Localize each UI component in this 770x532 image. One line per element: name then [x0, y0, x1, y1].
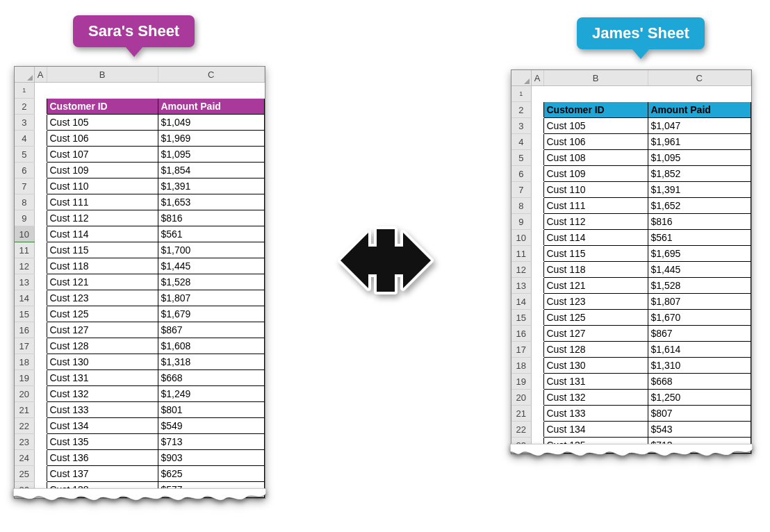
- row-header[interactable]: 12: [511, 262, 531, 278]
- cell-empty[interactable]: [34, 115, 47, 131]
- cell-amount-paid[interactable]: $1,679: [158, 306, 265, 322]
- cell-amount-paid[interactable]: $1,049: [158, 115, 265, 131]
- row-header[interactable]: 20: [511, 390, 531, 406]
- table-row[interactable]: 2Customer IDAmount Paid: [15, 99, 265, 115]
- cell-customer-id[interactable]: Cust 134: [543, 422, 648, 438]
- row-header[interactable]: 25: [15, 466, 34, 482]
- cell-amount-paid[interactable]: $1,653: [158, 194, 265, 210]
- cell-empty[interactable]: [531, 102, 543, 118]
- cell-amount-paid[interactable]: $1,310: [648, 358, 751, 374]
- cell-empty[interactable]: [34, 290, 47, 306]
- cell-empty[interactable]: [531, 294, 543, 310]
- cell-empty[interactable]: [34, 178, 47, 194]
- table-row[interactable]: 9Cust 112$816: [511, 214, 751, 230]
- table-row[interactable]: 20Cust 132$1,249: [15, 386, 265, 402]
- table-row[interactable]: 2Customer IDAmount Paid: [511, 102, 751, 118]
- cell-customer-id[interactable]: Cust 132: [543, 390, 648, 406]
- row-header[interactable]: 22: [15, 418, 34, 434]
- row-header[interactable]: 4: [511, 134, 531, 150]
- table-row[interactable]: 21Cust 133$807: [511, 406, 751, 422]
- cell-amount-paid[interactable]: $625: [158, 466, 265, 482]
- cell-amount-paid[interactable]: $1,700: [158, 242, 265, 258]
- cell-amount-paid[interactable]: $543: [648, 422, 751, 438]
- cell-empty[interactable]: [648, 86, 751, 102]
- table-row[interactable]: 14Cust 123$1,807: [511, 294, 751, 310]
- cell-customer-id[interactable]: Cust 128: [543, 342, 648, 358]
- cell-amount-paid[interactable]: $1,961: [648, 134, 751, 150]
- select-all-corner[interactable]: [511, 70, 531, 86]
- cell-customer-id[interactable]: Cust 111: [543, 198, 648, 214]
- table-row[interactable]: 20Cust 132$1,250: [511, 390, 751, 406]
- table-row[interactable]: 5Cust 108$1,095: [511, 150, 751, 166]
- row-header[interactable]: 5: [15, 147, 34, 163]
- row-header[interactable]: 1: [511, 86, 531, 102]
- cell-amount-paid[interactable]: $1,318: [158, 354, 265, 370]
- table-row[interactable]: 8Cust 111$1,652: [511, 198, 751, 214]
- cell-customer-id[interactable]: Cust 123: [543, 294, 648, 310]
- cell-amount-paid[interactable]: $1,852: [648, 166, 751, 182]
- cell-empty[interactable]: [34, 322, 47, 338]
- cell-customer-id[interactable]: Cust 127: [543, 326, 648, 342]
- cell-empty[interactable]: [34, 99, 47, 115]
- row-header[interactable]: 24: [15, 450, 34, 466]
- row-header[interactable]: 7: [511, 182, 531, 198]
- row-header[interactable]: 19: [15, 370, 34, 386]
- table-row[interactable]: 25Cust 137$625: [15, 466, 265, 482]
- cell-empty[interactable]: [34, 274, 47, 290]
- cell-customer-id[interactable]: Cust 128: [47, 338, 158, 354]
- table-row[interactable]: 15Cust 125$1,679: [15, 306, 265, 322]
- table-row[interactable]: 22Cust 134$543: [511, 422, 751, 438]
- cell-empty[interactable]: [531, 150, 543, 166]
- cell-customer-id[interactable]: Cust 108: [543, 150, 648, 166]
- cell-empty[interactable]: [531, 118, 543, 134]
- cell-customer-id[interactable]: Cust 125: [47, 306, 158, 322]
- table-row[interactable]: 12Cust 118$1,445: [15, 258, 265, 274]
- cell-customer-id[interactable]: Cust 105: [543, 118, 648, 134]
- cell-customer-id[interactable]: Cust 115: [543, 246, 648, 262]
- table-row[interactable]: 6Cust 109$1,854: [15, 163, 265, 178]
- cell-empty[interactable]: [34, 147, 47, 163]
- cell-empty[interactable]: [531, 374, 543, 390]
- cell-empty[interactable]: [34, 306, 47, 322]
- table-row[interactable]: 13Cust 121$1,528: [15, 274, 265, 290]
- cell-customer-id[interactable]: Cust 135: [47, 434, 158, 450]
- row-header[interactable]: 16: [511, 326, 531, 342]
- row-header[interactable]: 5: [511, 150, 531, 166]
- cell-empty[interactable]: [531, 310, 543, 326]
- table-row[interactable]: 13Cust 121$1,528: [511, 278, 751, 294]
- cell-empty[interactable]: [34, 386, 47, 402]
- table-row[interactable]: 11Cust 115$1,695: [511, 246, 751, 262]
- table-row[interactable]: 17Cust 128$1,608: [15, 338, 265, 354]
- row-header[interactable]: 21: [15, 402, 34, 418]
- cell-amount-paid[interactable]: $713: [158, 434, 265, 450]
- cell-amount-paid[interactable]: $1,095: [648, 150, 751, 166]
- table-row[interactable]: 9Cust 112$816: [15, 210, 265, 226]
- cell-empty[interactable]: [158, 83, 265, 99]
- table-row[interactable]: 4Cust 106$1,969: [15, 131, 265, 147]
- row-header[interactable]: 14: [15, 290, 34, 306]
- cell-customer-id[interactable]: Cust 106: [543, 134, 648, 150]
- table-row[interactable]: 10Cust 114$561: [511, 230, 751, 246]
- cell-amount-paid[interactable]: $903: [158, 450, 265, 466]
- cell-empty[interactable]: [531, 198, 543, 214]
- cell-customer-id[interactable]: Cust 114: [543, 230, 648, 246]
- cell-customer-id[interactable]: Cust 118: [47, 258, 158, 274]
- grid-right[interactable]: A B C 12Customer IDAmount Paid3Cust 105$…: [511, 70, 751, 454]
- cell-amount-paid[interactable]: $867: [648, 326, 751, 342]
- cell-customer-id[interactable]: Cust 136: [47, 450, 158, 466]
- cell-empty[interactable]: [531, 278, 543, 294]
- row-header[interactable]: 11: [511, 246, 531, 262]
- table-row[interactable]: 4Cust 106$1,961: [511, 134, 751, 150]
- row-header[interactable]: 14: [511, 294, 531, 310]
- row-header[interactable]: 13: [15, 274, 34, 290]
- cell-empty[interactable]: [531, 166, 543, 182]
- cell-empty[interactable]: [531, 262, 543, 278]
- row-header[interactable]: 10: [511, 230, 531, 246]
- table-row[interactable]: 1: [511, 86, 751, 102]
- cell-empty[interactable]: [34, 354, 47, 370]
- table-row[interactable]: 8Cust 111$1,653: [15, 194, 265, 210]
- table-row[interactable]: 21Cust 133$801: [15, 402, 265, 418]
- row-header[interactable]: 8: [15, 194, 34, 210]
- cell-customer-id[interactable]: Cust 132: [47, 386, 158, 402]
- cell-amount-paid[interactable]: $561: [648, 230, 751, 246]
